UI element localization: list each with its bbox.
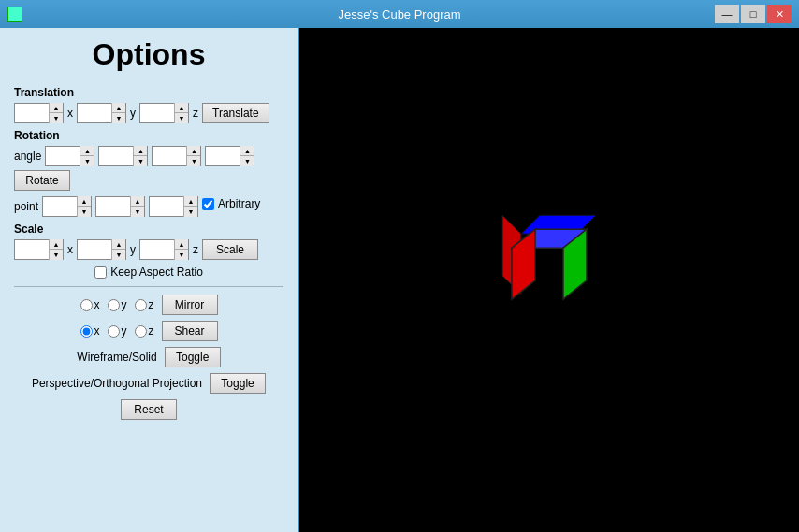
rotation-ax-up[interactable]: ▲ <box>134 146 147 156</box>
rotation-angle-spinbox[interactable]: 0 ▲ ▼ <box>45 146 94 166</box>
shear-button[interactable]: Shear <box>162 321 218 341</box>
projection-row: Perspective/Orthogonal Projection Toggle <box>14 373 283 394</box>
translate-z-input[interactable]: 0,0 <box>140 104 174 122</box>
scale-x-down[interactable]: ▼ <box>50 250 63 260</box>
mirror-button[interactable]: Mirror <box>162 295 218 315</box>
wireframe-row: Wireframe/Solid Toggle <box>14 347 283 367</box>
shear-radio-x[interactable]: x <box>80 324 100 338</box>
title-bar: Jesse's Cube Program — □ ✕ <box>0 0 799 28</box>
shear-row: x y z Shear <box>14 321 283 341</box>
rotation-ay-input[interactable]: 0 <box>153 147 186 165</box>
rotation-px-up[interactable]: ▲ <box>78 196 91 207</box>
shear-radio-y[interactable]: y <box>108 324 127 338</box>
translate-z-label: z <box>193 107 198 120</box>
rotation-az-up[interactable]: ▲ <box>240 146 254 156</box>
translate-x-up[interactable]: ▲ <box>50 103 63 113</box>
translate-x-down[interactable]: ▼ <box>50 113 63 123</box>
scale-x-arrows: ▲ ▼ <box>49 239 63 260</box>
scale-z-input[interactable]: 1,0 <box>140 240 174 259</box>
rotation-px-arrows: ▲ ▼ <box>77 196 91 217</box>
rotation-py-up[interactable]: ▲ <box>131 196 144 207</box>
translate-button[interactable]: Translate <box>202 103 269 123</box>
translate-y-up[interactable]: ▲ <box>112 103 125 113</box>
rotation-ay-down[interactable]: ▼ <box>187 156 200 166</box>
translate-y-down[interactable]: ▼ <box>112 113 125 123</box>
mirror-radio-x[interactable]: x <box>80 298 100 311</box>
rotation-az-input[interactable]: 0 <box>206 147 240 165</box>
scale-x-up[interactable]: ▲ <box>50 239 63 250</box>
scale-z-spinbox[interactable]: 1,0 ▲ ▼ <box>139 239 189 260</box>
rotation-ay-up[interactable]: ▲ <box>187 146 200 156</box>
scale-row: 1,0 ▲ ▼ x 1,0 ▲ ▼ y 1,0 ▲ ▼ <box>14 239 283 260</box>
rotation-py-spinbox[interactable]: 0,0 ▲ ▼ <box>95 196 145 217</box>
translate-y-input[interactable]: 0,0 <box>78 104 111 122</box>
mirror-radio-z[interactable]: z <box>135 298 154 311</box>
scale-x-spinbox[interactable]: 1,0 ▲ ▼ <box>14 239 64 260</box>
rotation-az-down[interactable]: ▼ <box>240 156 254 166</box>
rotation-point-row: point 0,0 ▲ ▼ 0,0 ▲ ▼ 0,0 ▲ ▼ <box>14 196 283 217</box>
panel-title: Options <box>14 37 283 72</box>
rotation-py-down[interactable]: ▼ <box>131 207 144 217</box>
minimize-button[interactable]: — <box>715 5 739 23</box>
translate-z-up[interactable]: ▲ <box>175 103 188 113</box>
translate-z-down[interactable]: ▼ <box>175 113 188 123</box>
rotation-pz-input[interactable]: 0,0 <box>150 197 183 216</box>
3d-viewport <box>299 28 799 532</box>
translation-label: Translation <box>14 86 283 99</box>
mirror-radio-x-input[interactable] <box>80 299 93 311</box>
arbitrary-checkbox[interactable] <box>202 198 214 210</box>
rotation-az-spinbox[interactable]: 0 ▲ ▼ <box>205 146 254 166</box>
translate-y-spinbox[interactable]: 0,0 ▲ ▼ <box>77 103 126 123</box>
maximize-button[interactable]: □ <box>741 5 765 23</box>
shear-radio-z[interactable]: z <box>135 324 154 338</box>
translate-z-spinbox[interactable]: 0,0 ▲ ▼ <box>139 103 189 123</box>
mirror-radio-z-input[interactable] <box>135 299 147 311</box>
scale-button[interactable]: Scale <box>202 239 258 260</box>
keep-aspect-checkbox[interactable] <box>94 266 107 279</box>
rotation-angle-down[interactable]: ▼ <box>80 156 94 166</box>
close-button[interactable]: ✕ <box>767 5 792 23</box>
rotation-angle-arrows: ▲ ▼ <box>80 146 94 166</box>
scale-y-up[interactable]: ▲ <box>112 239 125 250</box>
window-controls: — □ ✕ <box>715 5 792 23</box>
scale-x-input[interactable]: 1,0 <box>15 240 49 259</box>
rotation-ax-input[interactable]: 0 <box>99 147 133 165</box>
rotation-px-down[interactable]: ▼ <box>78 207 91 217</box>
scale-z-label: z <box>193 243 198 256</box>
scale-z-up[interactable]: ▲ <box>175 239 188 250</box>
scale-y-label: y <box>130 243 136 256</box>
rotation-px-input[interactable]: 0,0 <box>43 197 77 216</box>
translate-x-input[interactable]: 0,0 <box>15 104 49 122</box>
reset-row: Reset <box>14 399 283 420</box>
scale-label: Scale <box>14 223 283 236</box>
rotation-angle-input[interactable]: 0 <box>46 147 80 165</box>
scale-z-down[interactable]: ▼ <box>175 250 188 260</box>
rotation-pz-up[interactable]: ▲ <box>184 196 197 207</box>
scale-y-spinbox[interactable]: 1,0 ▲ ▼ <box>77 239 126 260</box>
arbitrary-checkbox-row[interactable]: Arbitrary <box>202 197 260 210</box>
shear-radio-z-input[interactable] <box>135 325 147 338</box>
keep-aspect-row: Keep Aspect Ratio <box>14 266 283 279</box>
mirror-radio-y-input[interactable] <box>108 299 120 311</box>
rotation-pz-spinbox[interactable]: 0,0 ▲ ▼ <box>149 196 198 217</box>
shear-radio-x-input[interactable] <box>80 325 93 338</box>
rotation-pz-down[interactable]: ▼ <box>184 207 197 217</box>
rotation-px-spinbox[interactable]: 0,0 ▲ ▼ <box>42 196 92 217</box>
wireframe-toggle-button[interactable]: Toggle <box>165 347 221 367</box>
scale-y-down[interactable]: ▼ <box>112 250 125 260</box>
rotation-py-input[interactable]: 0,0 <box>96 197 130 216</box>
rotate-button[interactable]: Rotate <box>14 170 70 191</box>
keep-aspect-label[interactable]: Keep Aspect Ratio <box>94 266 203 279</box>
shear-radio-y-input[interactable] <box>108 325 120 338</box>
rotation-ax-down[interactable]: ▼ <box>134 156 147 166</box>
projection-label: Perspective/Orthogonal Projection <box>32 377 202 390</box>
scale-y-input[interactable]: 1,0 <box>78 240 111 259</box>
rotation-ay-spinbox[interactable]: 0 ▲ ▼ <box>152 146 201 166</box>
translate-x-spinbox[interactable]: 0,0 ▲ ▼ <box>14 103 64 123</box>
reset-button[interactable]: Reset <box>121 399 177 420</box>
rotation-ax-spinbox[interactable]: 0 ▲ ▼ <box>98 146 148 166</box>
rotation-ay-arrows: ▲ ▼ <box>186 146 200 166</box>
mirror-radio-y[interactable]: y <box>108 298 127 311</box>
rotation-angle-up[interactable]: ▲ <box>80 146 94 156</box>
projection-toggle-button[interactable]: Toggle <box>210 373 266 394</box>
